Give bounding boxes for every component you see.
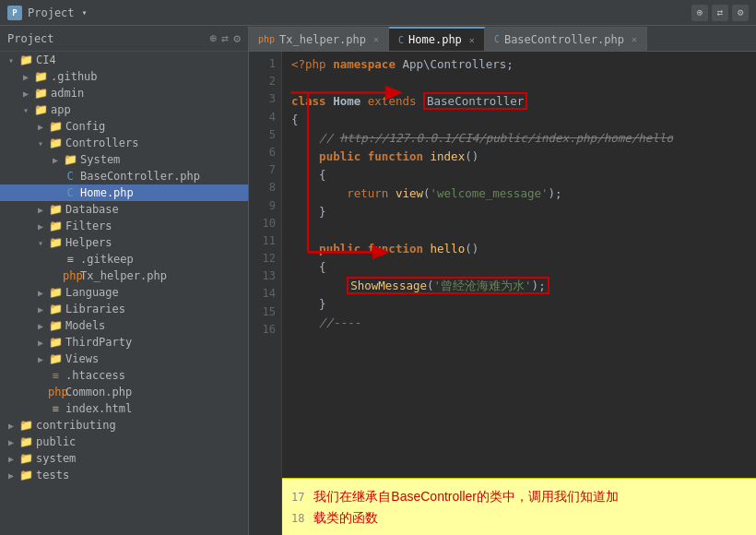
tree-label-public: public bbox=[36, 435, 76, 448]
folder-icon-Filters: 📁 bbox=[48, 220, 63, 232]
tree-item-public[interactable]: ▶ 📁 public bbox=[0, 434, 248, 450]
expand-System[interactable]: ▶ bbox=[48, 155, 63, 165]
html-icon-indexhtml: ≡ bbox=[48, 402, 63, 415]
expand-github[interactable]: ▶ bbox=[18, 72, 33, 82]
sidebar-add-icon[interactable]: ⊕ bbox=[210, 31, 218, 45]
ShowMessage-annotation: ShowMessage('曾经沧海难为水'); bbox=[347, 277, 549, 294]
expand-Controllers[interactable]: ▾ bbox=[33, 138, 48, 149]
expand-contributing[interactable]: ▶ bbox=[4, 421, 18, 431]
tree-item-Commonphp[interactable]: php Common.php bbox=[0, 384, 248, 400]
tab-close-BaseController[interactable]: ✕ bbox=[632, 34, 637, 44]
code-line-11: public function hello() bbox=[291, 240, 747, 258]
tree-label-indexhtml: index.html bbox=[65, 402, 132, 415]
expand-Filters[interactable]: ▶ bbox=[33, 221, 48, 232]
expand-Models[interactable]: ▶ bbox=[33, 321, 48, 331]
folder-icon-Helpers: 📁 bbox=[48, 236, 63, 249]
tree-item-admin[interactable]: ▶ 📁 admin bbox=[0, 85, 248, 101]
tree-item-ThirdParty[interactable]: ▶ 📁 ThirdParty bbox=[0, 334, 248, 351]
tree-label-ThirdParty: ThirdParty bbox=[65, 336, 132, 349]
code-line-3: class Home extends BaseController bbox=[291, 92, 747, 111]
note-line-num-17: 17 bbox=[291, 491, 304, 504]
code-line-16 bbox=[291, 332, 747, 351]
tree-label-Controllers: Controllers bbox=[65, 137, 138, 149]
tree-item-Filters[interactable]: ▶ 📁 Filters bbox=[0, 218, 248, 234]
tree-label-Config: Config bbox=[65, 120, 105, 133]
tree-item-indexhtml[interactable]: ≡ index.html bbox=[0, 400, 248, 417]
sync-icon[interactable]: ⇄ bbox=[712, 5, 728, 21]
expand-Helpers[interactable]: ▾ bbox=[33, 238, 48, 248]
code-line-14: } bbox=[291, 295, 747, 314]
tree-label-app: app bbox=[51, 103, 71, 116]
code-line-8: return view('welcome_message'); bbox=[291, 184, 747, 203]
tree-item-contributing[interactable]: ▶ 📁 contributing bbox=[0, 417, 248, 434]
tab-Homephp[interactable]: C Home.php ✕ bbox=[389, 27, 485, 51]
expand-CI4[interactable]: ▾ bbox=[4, 55, 18, 65]
tree-item-Controllers[interactable]: ▾ 📁 Controllers bbox=[0, 135, 248, 151]
tree-label-tests: tests bbox=[36, 469, 69, 482]
expand-gitkeep bbox=[48, 255, 63, 265]
add-icon[interactable]: ⊕ bbox=[691, 5, 708, 21]
tree-item-tests[interactable]: ▶ 📁 tests bbox=[0, 467, 248, 483]
expand-ThirdParty[interactable]: ▶ bbox=[33, 338, 48, 348]
tab-icon-Homephp: C bbox=[398, 35, 404, 45]
tree-item-Homephp[interactable]: C Home.php bbox=[0, 184, 248, 201]
sidebar-settings-icon[interactable]: ⚙ bbox=[233, 31, 241, 45]
tree-item-Txhelper[interactable]: php Tx_helper.php bbox=[0, 268, 248, 284]
tree-item-CI4[interactable]: ▾ 📁 CI4 bbox=[0, 52, 248, 68]
sidebar-sync-icon[interactable]: ⇄ bbox=[221, 31, 229, 45]
tree-item-gitkeep[interactable]: ≡ .gitkeep bbox=[0, 251, 248, 268]
tree-item-Views[interactable]: ▶ 📁 Views bbox=[0, 351, 248, 367]
expand-tests[interactable]: ▶ bbox=[4, 470, 18, 481]
folder-icon-ThirdParty: 📁 bbox=[48, 336, 63, 349]
tree-item-BaseController[interactable]: C BaseController.php bbox=[0, 168, 248, 184]
expand-system[interactable]: ▶ bbox=[4, 454, 18, 464]
tree-item-Database[interactable]: ▶ 📁 Database bbox=[0, 201, 248, 218]
tab-close-Homephp[interactable]: ✕ bbox=[469, 35, 475, 45]
folder-icon-Libraries: 📁 bbox=[48, 303, 63, 315]
expand-Database[interactable]: ▶ bbox=[33, 205, 48, 215]
tab-Txhelper[interactable]: php Tx_helper.php ✕ bbox=[249, 27, 389, 51]
tree-label-Helpers: Helpers bbox=[65, 236, 112, 249]
code-editor[interactable]: 12345 678910 1112131415 16 <?php namespa… bbox=[249, 52, 756, 535]
main-container: Project ⊕ ⇄ ⚙ ▾ 📁 CI4 ▶ 📁 .github ▶ 📁 ad… bbox=[0, 26, 756, 535]
expand-public[interactable]: ▶ bbox=[4, 437, 18, 447]
tree-label-Views: Views bbox=[65, 352, 99, 365]
code-line-15: //---- bbox=[291, 314, 747, 332]
sidebar-header-icons: ⊕ ⇄ ⚙ bbox=[210, 31, 241, 45]
tree-item-Language[interactable]: ▶ 📁 Language bbox=[0, 284, 248, 301]
folder-icon-System: 📁 bbox=[63, 153, 77, 166]
tree-item-Config[interactable]: ▶ 📁 Config bbox=[0, 118, 248, 135]
tree-label-Libraries: Libraries bbox=[65, 303, 125, 315]
tree-item-app[interactable]: ▾ 📁 app bbox=[0, 101, 248, 118]
tree-item-Helpers[interactable]: ▾ 📁 Helpers bbox=[0, 234, 248, 251]
tree-item-github[interactable]: ▶ 📁 .github bbox=[0, 68, 248, 85]
expand-admin[interactable]: ▶ bbox=[18, 89, 33, 99]
expand-Config[interactable]: ▶ bbox=[33, 122, 48, 132]
code-line-9: } bbox=[291, 203, 747, 221]
tree-label-Database: Database bbox=[65, 203, 119, 216]
folder-icon-Views: 📁 bbox=[48, 352, 63, 365]
htaccess-icon: ≡ bbox=[48, 369, 63, 382]
note-text: 我们在继承自BaseController的类中，调用我们知道加 bbox=[313, 489, 619, 504]
tree-item-system[interactable]: ▶ 📁 system bbox=[0, 450, 248, 467]
folder-icon-CI4: 📁 bbox=[18, 54, 33, 66]
project-dropdown[interactable]: ▾ bbox=[82, 7, 88, 18]
tree-item-Models[interactable]: ▶ 📁 Models bbox=[0, 317, 248, 334]
note-line-num-18: 18 bbox=[291, 512, 304, 525]
app-icon: P bbox=[7, 6, 22, 20]
expand-app[interactable]: ▾ bbox=[18, 105, 33, 115]
tree-item-Libraries[interactable]: ▶ 📁 Libraries bbox=[0, 301, 248, 317]
tree-item-htaccess[interactable]: ≡ .htaccess bbox=[0, 367, 248, 384]
tree-item-System[interactable]: ▶ 📁 System bbox=[0, 151, 248, 168]
folder-icon-contributing: 📁 bbox=[18, 419, 33, 432]
expand-BaseController bbox=[48, 172, 63, 182]
tree-label-system: system bbox=[36, 452, 76, 465]
expand-Libraries[interactable]: ▶ bbox=[33, 304, 48, 315]
tab-close-Txhelper[interactable]: ✕ bbox=[373, 34, 379, 44]
expand-Views[interactable]: ▶ bbox=[33, 354, 48, 364]
tab-BaseController[interactable]: C BaseController.php ✕ bbox=[485, 27, 647, 51]
settings-icon[interactable]: ⚙ bbox=[732, 5, 749, 21]
code-content[interactable]: <?php namespace App\Controllers; class H… bbox=[282, 52, 756, 535]
expand-Language[interactable]: ▶ bbox=[33, 288, 48, 298]
php-icon-Commonphp: php bbox=[48, 386, 63, 398]
